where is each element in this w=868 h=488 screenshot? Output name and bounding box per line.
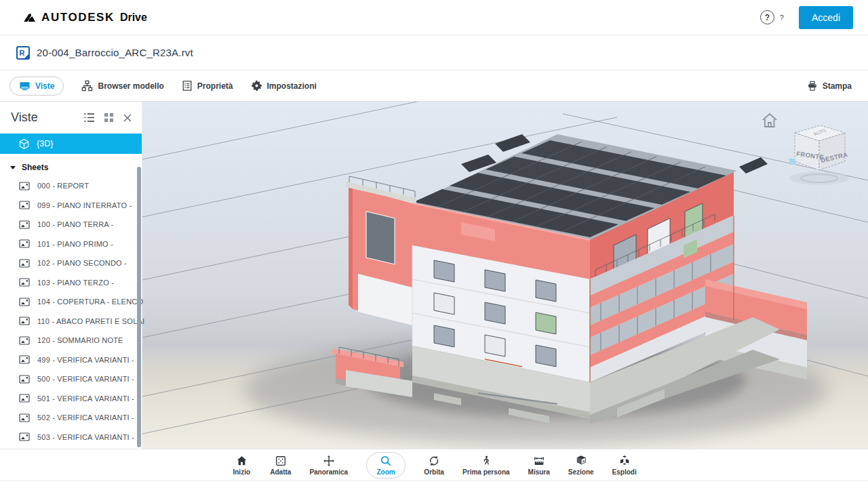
sheets-group-header[interactable]: Sheets: [0, 154, 142, 176]
sheet-icon: [19, 278, 30, 287]
fit-view-icon: [275, 455, 287, 467]
grid-view-icon[interactable]: [104, 113, 114, 123]
sheet-item[interactable]: 120 - SOMMARIO NOTE: [0, 331, 142, 350]
sheet-icon: [19, 355, 30, 364]
views-panel: Viste {3D} Sheets: [0, 102, 142, 449]
brand-suffix: Drive: [120, 12, 147, 24]
gear-icon: [251, 80, 262, 92]
sheet-item[interactable]: 000 - REPORT: [0, 176, 142, 196]
sheet-item[interactable]: 503 - VERIFICA VARIANTI -: [0, 428, 142, 447]
top-bar: AUTODESK Drive ? ? Accedi: [0, 0, 868, 35]
sheet-item[interactable]: 101 - PIANO PRIMO -: [0, 235, 142, 254]
section-icon: [575, 455, 587, 467]
sheet-item[interactable]: 499 - VERIFICA VARIANTI -: [0, 350, 142, 370]
brand-primary: AUTODESK: [41, 11, 115, 24]
autodesk-drive-logo[interactable]: AUTODESK Drive: [23, 11, 147, 24]
tool-orbita[interactable]: Orbita: [424, 455, 444, 476]
tab-proprieta[interactable]: Proprietà: [182, 80, 233, 92]
tool-esplodi[interactable]: Esplodi: [612, 455, 637, 476]
model-3d-canvas[interactable]: FRONTE DESTRA ALTO: [142, 102, 868, 449]
sheet-item[interactable]: 500 - VERIFICA VARIANTI -: [0, 369, 142, 389]
help-icon[interactable]: ?: [760, 10, 774, 24]
sheet-item[interactable]: 103 - PIANO TERZO -: [0, 273, 142, 293]
tool-label: Inizio: [233, 468, 250, 476]
sheet-label: 501 - VERIFICA VARIANTI -: [37, 394, 134, 403]
tool-misura[interactable]: Misura: [528, 455, 550, 476]
sheet-item[interactable]: 099 - PIANO INTERRATO -: [0, 196, 142, 216]
sheet-label: 110 - ABACO PARETI E SOLAI: [37, 317, 144, 325]
autodesk-logo-icon: [23, 13, 36, 22]
sheet-item[interactable]: 102 - PIANO SECONDO -: [0, 253, 142, 273]
chevron-down-icon: [10, 166, 16, 169]
tool-label: Misura: [528, 468, 550, 476]
tab-impostazioni[interactable]: Impostazioni: [251, 80, 317, 92]
close-icon[interactable]: [123, 113, 132, 123]
sheet-icon: [19, 413, 30, 422]
login-button[interactable]: Accedi: [799, 6, 853, 29]
file-name: 20-004_Barroccio_ARC_R23A.rvt: [37, 47, 193, 58]
sheets-group-label: Sheets: [22, 163, 48, 172]
sheet-label: 000 - REPORT: [37, 182, 89, 190]
sheet-label: 500 - VERIFICA VARIANTI -: [37, 375, 134, 383]
tool-label: Sezione: [568, 468, 594, 476]
sheet-icon: [19, 394, 30, 403]
tool-zoom[interactable]: Zoom: [366, 452, 406, 479]
view-item-3d[interactable]: {3D}: [0, 134, 142, 154]
sheet-label: 099 - PIANO INTERRATO -: [37, 201, 132, 209]
sheet-label: 120 - SOMMARIO NOTE: [37, 336, 123, 344]
sheet-label: 499 - VERIFICA VARIANTI -: [37, 356, 134, 364]
sheet-icon: [19, 298, 30, 306]
sheet-icon: [19, 317, 30, 325]
sheet-label: 100 - PIANO TERRA -: [37, 220, 113, 228]
monitor-icon: [19, 81, 31, 92]
sheet-label: 102 - PIANO SECONDO -: [37, 259, 127, 267]
sheet-item[interactable]: 104 - COPERTURA - ELENCO: [0, 292, 142, 312]
sheet-item[interactable]: 100 - PIANO TERRA -: [0, 215, 142, 235]
tool-label: Panoramica: [309, 468, 348, 476]
magnifier-icon: [380, 455, 392, 467]
sheet-item[interactable]: 110 - ABACO PARETI E SOLAI: [0, 312, 142, 331]
sheet-icon: [19, 336, 30, 345]
sheet-item[interactable]: 502 - VERIFICA VARIANTI -: [0, 408, 142, 428]
help-suffix: ?: [780, 14, 784, 22]
sheet-label: 101 - PIANO PRIMO -: [37, 240, 113, 248]
sheet-icon: [19, 201, 30, 209]
tool-label: Orbita: [424, 468, 443, 476]
tool-sezione[interactable]: Sezione: [568, 455, 594, 476]
tab-viste[interactable]: Viste: [9, 77, 64, 96]
sheet-label: 502 - VERIFICA VARIANTI -: [37, 413, 134, 422]
sheet-icon: [19, 239, 30, 248]
explode-icon: [618, 455, 631, 467]
tool-label: Zoom: [376, 468, 395, 476]
print-button[interactable]: Stampa: [807, 81, 852, 92]
printer-icon: [807, 81, 818, 92]
tool-label: Prima persona: [462, 468, 509, 476]
tool-inizio[interactable]: Inizio: [231, 455, 252, 476]
list-view-icon[interactable]: [83, 113, 95, 123]
tool-prima-persona[interactable]: Prima persona: [462, 455, 509, 476]
sheet-list: 000 - REPORT 099 - PIANO INTERRATO - 100…: [0, 176, 142, 447]
view-item-label: {3D}: [37, 139, 53, 148]
view-cube[interactable]: FRONTE DESTRA ALTO: [789, 125, 849, 185]
revit-file-icon: R: [16, 46, 30, 60]
sidebar-scrollbar[interactable]: [137, 167, 141, 447]
pan-icon: [323, 455, 335, 467]
sheet-item[interactable]: 501 - VERIFICA VARIANTI -: [0, 389, 142, 409]
tool-adatta[interactable]: Adatta: [270, 455, 291, 476]
tool-panoramica[interactable]: Panoramica: [309, 455, 348, 476]
tab-label: Impostazioni: [267, 81, 317, 91]
views-panel-title: Viste: [11, 110, 75, 125]
sheet-icon: [19, 375, 30, 384]
properties-icon: [182, 80, 193, 92]
navigation-toolbar: Inizio Adatta Panoramica: [0, 449, 868, 481]
tool-label: Esplodi: [612, 468, 637, 476]
sheet-icon: [19, 182, 30, 190]
tab-browser-modello[interactable]: Browser modello: [81, 80, 163, 92]
sheet-icon: [19, 432, 30, 441]
tab-label: Proprietà: [197, 81, 233, 91]
sheet-icon: [19, 259, 30, 268]
svg-text:R: R: [20, 49, 25, 57]
home-icon: [235, 455, 248, 467]
print-label: Stampa: [823, 81, 852, 91]
walking-person-icon: [480, 455, 492, 467]
